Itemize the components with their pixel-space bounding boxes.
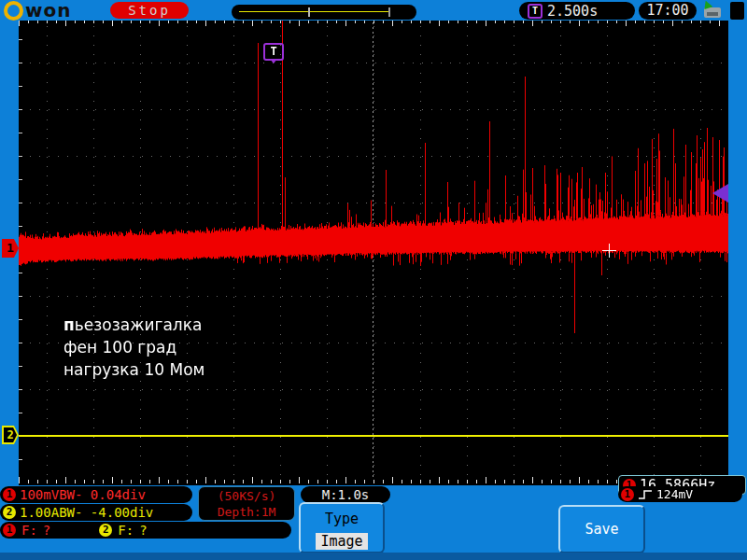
trigger-status: 1 124mV [618, 486, 742, 502]
channel-1-position-marker[interactable]: 1 [2, 239, 19, 258]
battery-indicator-icon [730, 2, 744, 20]
channel-1-badge: 1 [3, 524, 16, 537]
annotation-text: пьезозажигалка фен 100 град нагрузка 10 … [63, 314, 204, 381]
channel-2-badge: 2 [99, 524, 112, 537]
usb-storage-icon [702, 4, 723, 18]
channel-2-position-marker[interactable]: 2 [2, 426, 19, 444]
memory-depth: Depth:1M [199, 504, 294, 520]
type-label: Type [301, 511, 383, 527]
record-memory-line [239, 11, 388, 12]
annotation-line-3: нагрузка 10 Мом [63, 358, 204, 381]
disk-band-icon [707, 12, 718, 16]
trigger-time-value: 2.500s [547, 3, 598, 20]
record-position-bar[interactable] [232, 5, 416, 20]
top-bar: won Stop T 2.500s 17:00 [0, 0, 747, 21]
record-view-cursor [308, 7, 310, 17]
waveform-graticule: T пьезозажигалка фен 100 град нагрузка 1… [19, 21, 728, 485]
clock-display: 17:00 [639, 2, 697, 20]
type-selected-value[interactable]: Image [316, 533, 367, 550]
rising-edge-icon [638, 488, 653, 500]
acquisition-info: (50KS/s) Depth:1M [198, 486, 295, 521]
bottom-edge-strip [0, 553, 747, 560]
trigger-level-value: 124mV [656, 487, 693, 501]
channel-2-badge: 2 [3, 506, 16, 519]
annotation-line-2: фен 100 град [63, 336, 204, 358]
type-menu-button[interactable]: Type Image [299, 502, 385, 553]
channel-1-badge: 1 [3, 488, 16, 501]
channel-1-settings: 100mVBW- 0.04div [20, 487, 146, 502]
annotation-line-1: пьезозажигалка [63, 314, 204, 336]
waveform-canvas [19, 21, 728, 485]
record-end-marker [388, 7, 390, 17]
save-button[interactable]: Save [558, 505, 645, 553]
channel-2-status: 2 1.00ABW- -4.00div [0, 504, 192, 521]
owon-logo: won [4, 1, 71, 20]
owon-logo-text: won [25, 1, 71, 20]
trigger-time-display: T 2.500s [519, 2, 635, 20]
owon-logo-ring-icon [4, 1, 23, 21]
channel-2-settings: 1.00ABW- -4.00div [20, 505, 153, 520]
trigger-level-marker[interactable] [712, 184, 728, 203]
channel-1-badge: 1 [621, 488, 634, 501]
trigger-t-icon: T [528, 4, 543, 19]
measure-ch2-frequency: 2 F: ? [99, 523, 147, 538]
sample-rate: (50KS/s) [199, 488, 294, 504]
measurement-bar: 1 F: ? 2 F: ? [0, 522, 291, 539]
timebase-display: M:1.0s [301, 486, 390, 503]
channel-1-status: 1 100mVBW- 0.04div [0, 486, 192, 503]
acquisition-stop-button[interactable]: Stop [110, 2, 189, 19]
trigger-position-marker[interactable]: T [263, 43, 284, 61]
measure-ch1-frequency: 1 F: ? [3, 523, 50, 538]
